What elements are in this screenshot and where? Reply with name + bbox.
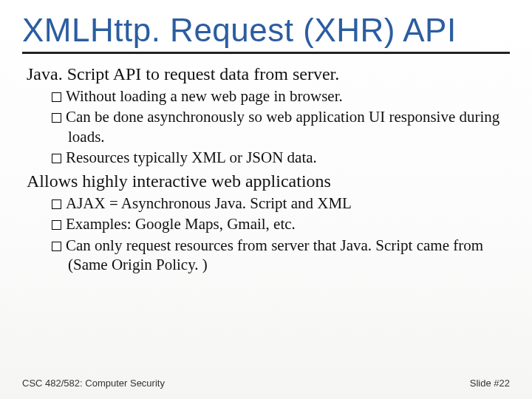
box-bullet-icon: [52, 113, 61, 123]
bullet-item: Can be done asynchronously so web applic…: [52, 107, 510, 146]
bullet-item: Examples: Google Maps, Gmail, etc.: [52, 214, 510, 233]
bullet-item: Can only request resources from server t…: [52, 236, 510, 275]
bullet-item: Without loading a new web page in browse…: [52, 86, 510, 106]
box-bullet-icon: [52, 154, 61, 163]
bullet-text: Can be done asynchronously so web applic…: [66, 108, 499, 145]
bullet-text: Can only request resources from server t…: [66, 236, 483, 273]
slide-title: XMLHttp. Request (XHR) API: [22, 13, 510, 47]
bullet-text: Resources typically XML or JSON data.: [66, 149, 317, 166]
bullet-text: Examples: Google Maps, Gmail, etc.: [66, 215, 296, 233]
bullet-item: AJAX = Asynchronous Java. Script and XML: [52, 194, 510, 213]
section-heading: Java. Script API to request data from se…: [27, 63, 510, 85]
box-bullet-icon: [52, 200, 61, 209]
bullet-text: AJAX = Asynchronous Java. Script and XML: [66, 194, 352, 212]
box-bullet-icon: [52, 92, 61, 102]
slide: XMLHttp. Request (XHR) API Java. Script …: [0, 0, 532, 399]
box-bullet-icon: [52, 220, 61, 230]
box-bullet-icon: [52, 242, 61, 251]
bullet-text: Without loading a new web page in browse…: [66, 87, 343, 105]
footer-left: CSC 482/582: Computer Security: [22, 378, 165, 389]
section-heading: Allows highly interactive web applicatio…: [27, 170, 510, 192]
footer-right: Slide #22: [470, 378, 510, 389]
bullet-item: Resources typically XML or JSON data.: [52, 148, 510, 167]
footer: CSC 482/582: Computer Security Slide #22: [22, 378, 510, 389]
title-underline: [22, 52, 510, 54]
